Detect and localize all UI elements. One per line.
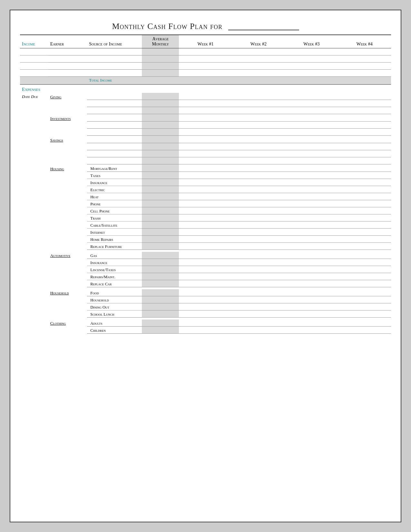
- header-income: Income: [20, 35, 48, 48]
- header-week3: Week #3: [285, 35, 338, 48]
- housing-row-cellphone: Cell Phone: [20, 207, 391, 214]
- savings-label: Savings: [50, 138, 63, 143]
- automotive-item-3: Repairs/Maint.: [89, 275, 115, 279]
- title-text: Monthly Cash Flow Plan for: [112, 22, 222, 31]
- automotive-item-2: Liscense/Taxes: [89, 268, 116, 272]
- investments-row-label: Investments: [20, 114, 391, 122]
- household-item-3: School Lunch: [89, 312, 114, 317]
- giving-row-3: [20, 107, 391, 114]
- automotive-item-4: Replace Car: [89, 282, 112, 286]
- savings-row-3: [20, 150, 391, 157]
- automotive-row-gas: Automotive Gas: [20, 252, 391, 259]
- investments-row-3: [20, 129, 391, 136]
- automotive-row-license: Liscense/Taxes: [20, 266, 391, 273]
- date-due-label: Date Due: [22, 94, 38, 99]
- investments-label: Investments: [50, 116, 71, 121]
- household-row-lunch: School Lunch: [20, 310, 391, 318]
- total-income-label: Total Income: [87, 77, 142, 84]
- housing-item-7: Trash: [89, 216, 101, 221]
- housing-item-4: Heat: [89, 195, 99, 199]
- automotive-row-insurance: Insurance: [20, 259, 391, 266]
- household-row-dining: Dining Out: [20, 303, 391, 310]
- clothing-item-0: Adults: [89, 321, 102, 326]
- housing-item-8: Cable/Satellite: [89, 223, 117, 228]
- housing-item-2: Insurance: [89, 181, 107, 185]
- header-week1: Week #1: [179, 35, 232, 48]
- savings-row-2: [20, 143, 391, 150]
- total-income-row: Total Income: [20, 77, 391, 84]
- savings-row-label: Savings: [20, 136, 391, 143]
- header-avg: Average Monthly: [142, 35, 179, 48]
- housing-row-phone: Phone: [20, 200, 391, 207]
- clothing-label: Clothing: [50, 321, 66, 326]
- housing-row-mortgage: Housing Mortgage/Rent: [20, 164, 391, 172]
- expenses-label: Expenses: [20, 84, 391, 93]
- housing-item-3: Electric: [89, 188, 105, 192]
- expenses-header-row: Expenses: [20, 84, 391, 93]
- title-underline: [228, 20, 299, 30]
- housing-item-1: Taxes: [89, 173, 100, 178]
- housing-row-electric: Electric: [20, 186, 391, 193]
- housing-item-9: Internet: [89, 230, 105, 235]
- housing-row-insurance: Insurance: [20, 179, 391, 186]
- income-row-2: [20, 55, 391, 63]
- giving-label: Giving: [50, 94, 62, 99]
- automotive-row-repairs: Repairs/Maint.: [20, 273, 391, 280]
- housing-label: Housing: [50, 166, 64, 171]
- household-item-2: Dining Out: [89, 305, 109, 310]
- page-title: Monthly Cash Flow Plan for: [20, 20, 391, 31]
- household-item-1: Household: [89, 298, 109, 302]
- housing-row-heat: Heat: [20, 193, 391, 200]
- page: Monthly Cash Flow Plan for Income Earner…: [10, 10, 401, 522]
- clothing-item-1: Children: [89, 328, 106, 333]
- housing-item-5: Phone: [89, 202, 101, 206]
- giving-row-1: Date Due Giving: [20, 93, 391, 100]
- investments-row-2: [20, 122, 391, 129]
- housing-row-cable: Cable/Satellite: [20, 222, 391, 229]
- clothing-row-children: Children: [20, 327, 391, 334]
- automotive-item-0: Gas: [89, 253, 97, 258]
- housing-row-internet: Internet: [20, 229, 391, 236]
- housing-row-repairs: Home Repairs: [20, 236, 391, 243]
- income-row-4: [20, 70, 391, 77]
- header-source-text: Source of Income: [89, 42, 122, 46]
- income-row-1: [20, 48, 391, 55]
- automotive-item-1: Insurance: [89, 261, 107, 265]
- household-label: Household: [50, 291, 69, 295]
- household-item-0: Food: [89, 291, 99, 295]
- automotive-row-replace: Replace Car: [20, 280, 391, 287]
- household-row-household: Household: [20, 296, 391, 303]
- header-week2: Week #2: [232, 35, 285, 48]
- housing-item-6: Cell Phone: [89, 209, 110, 213]
- housing-row-furniture: Replace Furniture: [20, 243, 391, 250]
- clothing-row-adults: Clothing Adults: [20, 320, 391, 327]
- income-row-3: [20, 63, 391, 70]
- header-row: Income Earner Source of Income Average M…: [20, 35, 391, 48]
- housing-row-taxes: Taxes: [20, 172, 391, 179]
- housing-item-0: Mortgage/Rent: [89, 166, 117, 171]
- giving-row-2: [20, 100, 391, 107]
- housing-item-11: Replace Furniture: [89, 244, 122, 249]
- automotive-label: Automotive: [50, 253, 71, 258]
- header-earner: Earner: [48, 35, 87, 48]
- main-table: Income Earner Source of Income Average M…: [20, 34, 391, 334]
- savings-row-4: [20, 157, 391, 164]
- housing-row-trash: Trash: [20, 214, 391, 222]
- household-row-food: Household Food: [20, 289, 391, 296]
- header-week4: Week #4: [338, 35, 391, 48]
- header-source: Source of Income: [87, 35, 142, 48]
- housing-item-10: Home Repairs: [89, 237, 113, 242]
